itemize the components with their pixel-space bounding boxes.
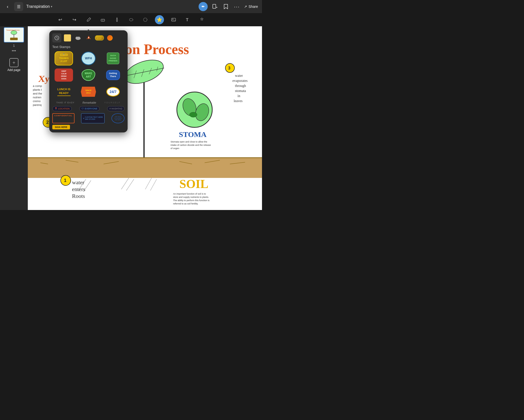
document-title[interactable]: Transpiration ▾	[26, 4, 52, 9]
sticker-tab-recent[interactable]	[52, 33, 61, 42]
eraser-tool[interactable]	[98, 15, 107, 24]
sticker-tab-rocket[interactable]	[84, 33, 93, 42]
sticker-tab-orange[interactable]	[105, 33, 114, 42]
location-badge[interactable]: 📍 LOCATION	[52, 106, 72, 111]
page-number: 1	[13, 44, 15, 48]
everyone-badge[interactable]: 🛡 EVERYONE	[79, 106, 100, 111]
app-icon[interactable]: ☰	[14, 2, 23, 11]
redo-button[interactable]: ↪	[70, 15, 79, 24]
take-it-easy-stamp[interactable]: TAKE IT EASY	[56, 101, 75, 104]
image-tool[interactable]	[169, 15, 178, 24]
more-button[interactable]: ···	[233, 3, 241, 11]
text-tool[interactable]: T	[183, 15, 192, 24]
yourself-stamp[interactable]: YOURSELF	[104, 101, 121, 104]
remarkable-stamp[interactable]: Remarkable	[83, 101, 96, 104]
pen-icon	[114, 17, 120, 22]
airmail-stamp[interactable]: AIR MAIL 21/10/2021 AIR MAIL	[111, 113, 125, 123]
lasso-tool[interactable]	[127, 15, 136, 24]
pencil-tool[interactable]	[84, 15, 93, 24]
rocket-icon	[86, 35, 91, 40]
add-page-button[interactable]: + Add page	[7, 58, 20, 72]
pen-tool[interactable]	[112, 15, 122, 24]
sticker-tool[interactable]: ⭐	[155, 15, 164, 24]
svg-text:T: T	[186, 18, 188, 22]
svg-text:nutrien: nutrien	[33, 96, 41, 99]
sticker-section-title: Text Stamps	[52, 45, 125, 49]
back-button[interactable]: ‹	[4, 3, 11, 10]
sticker-wfh[interactable]: WFH	[77, 51, 100, 66]
svg-text:stomata: stomata	[235, 89, 246, 93]
svg-rect-28	[28, 158, 262, 178]
add-page-label: Add page	[7, 68, 20, 72]
sticker-popup: THANKSA LOT Text Stamps 🏅 THANKSA LOT WF…	[49, 30, 128, 132]
sticker-good-friends[interactable]: SUCHGOODFRIENDS	[102, 51, 125, 66]
since-sticker-body: SINCE2011	[81, 87, 96, 97]
sticker-lunch-ready[interactable]: LUNCH ISREADY	[52, 84, 75, 99]
svg-text:1: 1	[64, 178, 66, 183]
text-icon: T	[185, 17, 190, 22]
sticker-tab-cloud[interactable]	[74, 33, 83, 42]
header-right: ✏ ··· ↗ Share	[199, 2, 258, 11]
svg-text:a comp: a comp	[33, 84, 42, 87]
custom-text-stamp[interactable]: + CUSTOM TEXT HEREJAN 15 2020	[81, 113, 105, 123]
location-icon: 📍	[55, 107, 57, 110]
everyone-icon: 🛡	[82, 107, 84, 110]
getting-there-sticker-body: GettingThere	[106, 70, 120, 80]
pencil-icon	[86, 17, 91, 22]
svg-text:in: in	[237, 94, 240, 98]
add-icon	[212, 4, 218, 9]
page-preview-svg: Transpiration Process	[5, 28, 23, 42]
svg-text:An important function of soil : An important function of soil is to	[173, 193, 206, 195]
add-page-button[interactable]	[211, 3, 219, 11]
svg-text:intake of carbon dioxide and t: intake of carbon dioxide and the release	[171, 144, 211, 146]
airmail-bottom: AIR MAIL	[115, 119, 121, 121]
svg-text:referred to as soil fertility.: referred to as soil fertility.	[173, 202, 198, 205]
svg-text:through: through	[235, 84, 246, 88]
share-icon: ↗	[244, 5, 247, 9]
sticker-getting-there[interactable]: GettingThere	[102, 67, 125, 83]
share-button[interactable]: ↗ Share	[244, 5, 258, 9]
avatar[interactable]: ✏	[199, 2, 208, 11]
everyone-label: EVERYONE	[85, 107, 97, 110]
svg-line-77	[57, 38, 58, 39]
sticker-247[interactable]: 24/7	[102, 84, 125, 99]
confidential-stamp[interactable]: CONFIDENTIAL	[52, 113, 75, 123]
eraser-icon	[100, 17, 105, 22]
bookmark-button[interactable]	[222, 3, 230, 11]
color-swatch	[64, 34, 71, 41]
bookmark-icon	[223, 4, 228, 9]
svg-text:Xy: Xy	[38, 74, 50, 84]
hashtag-badge[interactable]: # HASHTAG	[107, 106, 125, 111]
sidebar: Transpiration Process 1 ••• + Add page	[0, 13, 28, 210]
svg-text:2: 2	[46, 120, 49, 125]
thanks-top-bar: 🏅	[60, 54, 68, 56]
sticker-make-art[interactable]: MAKEART	[77, 67, 100, 83]
sticker-thanks-a-lot[interactable]: 🏅 THANKSA LOT	[52, 51, 75, 66]
svg-point-80	[78, 37, 80, 39]
svg-text:3: 3	[228, 66, 230, 70]
page-thumbnail[interactable]: Transpiration Process	[4, 27, 24, 42]
247-sticker-body: 24/7	[106, 87, 120, 97]
select-tool[interactable]	[141, 15, 150, 24]
header: ‹ ☰ Transpiration ▾ ✏ ··· ↗ Share	[0, 0, 262, 13]
sign-here-stamp[interactable]: SIGN HERE	[52, 125, 70, 129]
sticker-tab-color[interactable]	[63, 33, 72, 42]
hashtag-label: HASHTAG	[111, 107, 122, 110]
magic-tool[interactable]	[197, 15, 206, 24]
svg-point-6	[144, 18, 147, 21]
title-text: Transpiration	[26, 4, 50, 9]
keep-calm-sticker-body: KEEPCALMDRINKSODA	[55, 68, 73, 81]
stamp-row: CONFIDENTIAL + CUSTOM TEXT HEREJAN 15 20…	[52, 113, 125, 123]
image-icon	[171, 17, 176, 22]
svg-text:plants t: plants t	[33, 88, 42, 91]
undo-button[interactable]: ↩	[56, 15, 65, 24]
sticker-since-2011[interactable]: SINCE2011	[77, 84, 100, 99]
text-stamp-row: TAKE IT EASY Remarkable YOURSELF	[52, 101, 125, 104]
sticker-keep-calm[interactable]: KEEPCALMDRINKSODA	[52, 67, 75, 83]
svg-point-13	[11, 31, 17, 35]
more-icon: ···	[234, 4, 240, 10]
thanks-sticker-body: 🏅 THANKSA LOT	[55, 51, 73, 65]
page-more-button[interactable]: •••	[12, 49, 16, 53]
sticker-tab-badge[interactable]: THANKSA LOT	[95, 33, 104, 42]
header-left: ‹ ☰ Transpiration ▾	[4, 2, 52, 11]
